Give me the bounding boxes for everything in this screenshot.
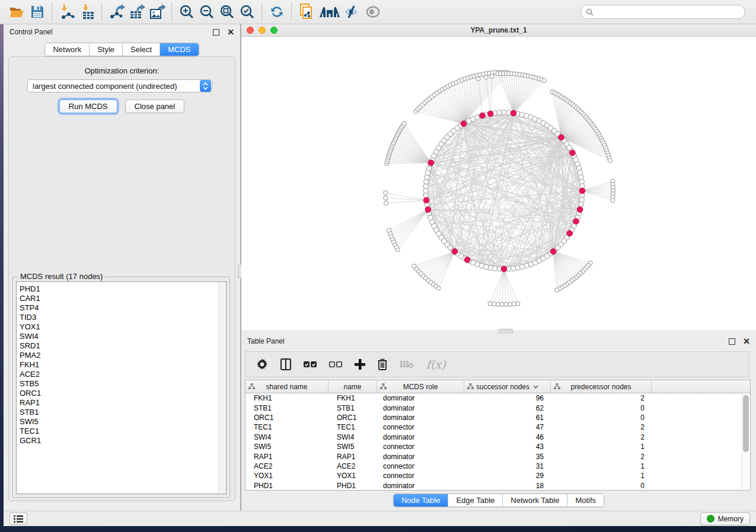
cell: SWI4 bbox=[245, 433, 328, 441]
control-panel: Control Panel ✕ NetworkStyleSelectMCDS O… bbox=[4, 24, 240, 511]
attribute-tree-icon bbox=[467, 383, 474, 389]
select-all-button[interactable] bbox=[304, 361, 317, 368]
import-network-button[interactable] bbox=[57, 2, 77, 21]
attribute-tree-icon bbox=[380, 383, 387, 389]
mcds-result-item[interactable]: PMA2 bbox=[17, 351, 226, 360]
table-row[interactable]: STB1STB1dominator620 bbox=[245, 403, 750, 412]
table-row[interactable]: ORC1ORC1dominator610 bbox=[245, 413, 750, 422]
tab-select[interactable]: Select bbox=[123, 43, 160, 56]
table-settings-button[interactable] bbox=[256, 358, 268, 370]
cell: SWI4 bbox=[328, 433, 377, 441]
mcds-list-scrollbar[interactable] bbox=[218, 283, 225, 493]
tab-network-table[interactable]: Network Table bbox=[503, 494, 567, 507]
export-network-button[interactable] bbox=[107, 2, 127, 21]
close-panel-icon[interactable]: ✕ bbox=[227, 30, 234, 35]
mcds-result-item[interactable]: TID3 bbox=[17, 313, 226, 322]
deselect-all-button[interactable] bbox=[329, 361, 342, 368]
tab-node-table[interactable]: Node Table bbox=[394, 494, 449, 507]
float-panel-icon[interactable] bbox=[213, 29, 219, 36]
export-table-button[interactable] bbox=[127, 2, 147, 21]
mcds-result-item[interactable]: RAP1 bbox=[17, 398, 226, 408]
select-all-icon bbox=[304, 361, 317, 368]
zoom-selected-button[interactable] bbox=[237, 2, 257, 21]
mcds-result-item[interactable]: SWI4 bbox=[17, 332, 226, 341]
table-row[interactable]: TEC1TEC1connector472 bbox=[245, 422, 750, 432]
column-header-filler bbox=[652, 380, 750, 393]
column-header-predecessor-nodes[interactable]: predecessor nodes bbox=[551, 380, 652, 393]
column-header-shared-name[interactable]: shared name bbox=[245, 380, 328, 393]
table-row[interactable]: ACE2ACE2connector311 bbox=[245, 462, 750, 471]
tab-mcds[interactable]: MCDS bbox=[160, 43, 198, 56]
table-row[interactable]: YOX1YOX1connector291 bbox=[245, 471, 750, 480]
apply-layout-button[interactable] bbox=[267, 2, 287, 21]
tab-network[interactable]: Network bbox=[45, 43, 90, 56]
delete-table-button[interactable] bbox=[400, 360, 414, 368]
search-input[interactable] bbox=[596, 7, 740, 17]
optimization-criterion-select[interactable]: largest connected component (undirected) bbox=[27, 79, 212, 92]
tab-motifs[interactable]: Motifs bbox=[567, 494, 604, 507]
import-table-icon bbox=[79, 4, 95, 20]
mcds-result-item[interactable]: CAR1 bbox=[17, 294, 226, 303]
zoom-fit-button[interactable] bbox=[217, 2, 237, 21]
mcds-result-item[interactable]: STP4 bbox=[17, 303, 226, 313]
mcds-result-item[interactable]: SRD1 bbox=[17, 341, 226, 351]
cell: 0 bbox=[551, 404, 652, 412]
mcds-result-item[interactable]: FKH1 bbox=[17, 360, 226, 370]
status-bar: Memory bbox=[4, 511, 756, 526]
column-header-mcds-role[interactable]: MCDS role bbox=[377, 380, 464, 393]
cell: 2 bbox=[551, 453, 652, 461]
mcds-result-item[interactable]: STB5 bbox=[17, 379, 226, 389]
table-row[interactable]: PHD1PHD1dominator180 bbox=[245, 481, 750, 491]
mcds-result-list[interactable]: PHD1CAR1STP4TID3YOX1SWI4SRD1PMA2FKH1ACE2… bbox=[16, 281, 227, 494]
table-row[interactable]: SWI5SWI5connector431 bbox=[245, 442, 750, 451]
table-scrollbar[interactable] bbox=[742, 393, 749, 489]
column-header-name[interactable]: name bbox=[328, 380, 377, 393]
cell: ACE2 bbox=[245, 462, 328, 470]
mcds-result-item[interactable]: PHD1 bbox=[17, 284, 226, 294]
node-table: shared namenameMCDS rolesuccessor nodesp… bbox=[245, 380, 751, 491]
close-table-panel-icon[interactable]: ✕ bbox=[743, 339, 750, 344]
mcds-result-item[interactable]: YOX1 bbox=[17, 322, 226, 332]
add-row-button[interactable] bbox=[355, 359, 365, 370]
function-builder-button[interactable]: f(x) bbox=[426, 358, 446, 371]
task-history-button[interactable] bbox=[9, 512, 27, 525]
delete-rows-button[interactable] bbox=[378, 358, 387, 370]
zoom-in-button[interactable] bbox=[177, 2, 197, 21]
network-graph[interactable] bbox=[241, 37, 756, 330]
column-header-successor-nodes[interactable]: successor nodes bbox=[464, 380, 551, 393]
tab-style[interactable]: Style bbox=[90, 43, 123, 56]
zoom-out-button[interactable] bbox=[197, 2, 217, 21]
table-scrollbar-thumb[interactable] bbox=[743, 395, 749, 452]
hide-selected-button[interactable] bbox=[343, 2, 363, 21]
import-table-button[interactable] bbox=[77, 2, 97, 21]
table-header-row: shared namenameMCDS rolesuccessor nodesp… bbox=[245, 380, 750, 393]
table-row[interactable]: FKH1FKH1dominator962 bbox=[245, 393, 750, 403]
memory-label: Memory bbox=[718, 515, 744, 523]
cell: ORC1 bbox=[245, 414, 328, 422]
open-button[interactable] bbox=[7, 2, 27, 21]
mcds-result-item[interactable]: ORC1 bbox=[17, 389, 226, 398]
split-panel-button[interactable] bbox=[280, 358, 291, 370]
cell: 2 bbox=[551, 394, 652, 402]
close-panel-button[interactable]: Close panel bbox=[125, 100, 185, 113]
tab-edge-table[interactable]: Edge Table bbox=[448, 494, 503, 507]
mcds-result-item[interactable]: ACE2 bbox=[17, 370, 226, 379]
network-view-panel: YPA_prune.txt_1 bbox=[241, 24, 756, 330]
export-image-button[interactable] bbox=[147, 2, 167, 21]
new-network-from-selection-button[interactable] bbox=[296, 2, 317, 21]
network-canvas[interactable] bbox=[241, 37, 756, 330]
memory-button[interactable]: Memory bbox=[700, 512, 750, 525]
float-table-panel-icon[interactable] bbox=[729, 338, 735, 345]
save-button[interactable] bbox=[27, 2, 47, 21]
mcds-result-item[interactable]: STB1 bbox=[17, 408, 226, 417]
table-row[interactable]: SWI4SWI4dominator462 bbox=[245, 432, 750, 442]
network-window-titlebar: YPA_prune.txt_1 bbox=[241, 24, 756, 37]
run-mcds-button[interactable]: Run MCDS bbox=[59, 100, 117, 113]
show-all-button[interactable] bbox=[363, 2, 383, 21]
mcds-result-item[interactable]: SWI5 bbox=[17, 417, 226, 427]
mcds-result-item[interactable]: TEC1 bbox=[17, 427, 226, 436]
export-network-icon bbox=[109, 4, 125, 20]
mcds-result-item[interactable]: GCR1 bbox=[17, 436, 226, 446]
first-neighbors-button[interactable] bbox=[317, 2, 343, 21]
table-row[interactable]: RAP1RAP1dominator352 bbox=[245, 451, 750, 461]
